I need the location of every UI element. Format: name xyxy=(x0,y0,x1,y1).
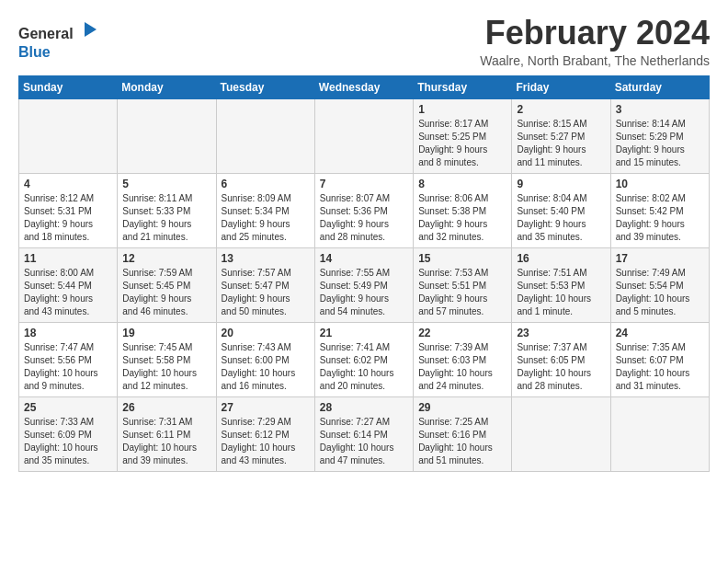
day-info: Sunrise: 7:57 AM Sunset: 5:47 PM Dayligh… xyxy=(222,267,310,318)
day-number: 1 xyxy=(418,103,506,116)
day-info: Sunrise: 8:02 AM Sunset: 5:42 PM Dayligh… xyxy=(616,192,704,244)
day-number: 8 xyxy=(418,178,506,190)
calendar-cell xyxy=(314,98,413,173)
calendar-cell: 26Sunrise: 7:31 AM Sunset: 6:11 PM Dayli… xyxy=(118,396,216,471)
day-number: 15 xyxy=(418,252,506,265)
calendar-cell: 15Sunrise: 7:53 AM Sunset: 5:51 PM Dayli… xyxy=(414,247,512,322)
weekday-header-sunday: Sunday xyxy=(19,75,118,98)
title-block: February 2024 Waalre, North Brabant, The… xyxy=(480,15,710,68)
calendar-cell xyxy=(512,396,610,471)
day-info: Sunrise: 8:17 AM Sunset: 5:25 PM Dayligh… xyxy=(418,118,506,169)
week-row-5: 25Sunrise: 7:33 AM Sunset: 6:09 PM Dayli… xyxy=(19,396,710,471)
day-info: Sunrise: 7:43 AM Sunset: 6:00 PM Dayligh… xyxy=(222,341,310,393)
calendar-cell: 10Sunrise: 8:02 AM Sunset: 5:42 PM Dayli… xyxy=(610,173,709,247)
day-number: 23 xyxy=(517,327,605,339)
week-row-1: 1Sunrise: 8:17 AM Sunset: 5:25 PM Daylig… xyxy=(19,98,710,173)
calendar-cell: 16Sunrise: 7:51 AM Sunset: 5:53 PM Dayli… xyxy=(512,247,610,322)
day-number: 18 xyxy=(24,327,112,339)
calendar-cell: 9Sunrise: 8:04 AM Sunset: 5:40 PM Daylig… xyxy=(512,173,610,247)
calendar-cell: 1Sunrise: 8:17 AM Sunset: 5:25 PM Daylig… xyxy=(414,98,512,173)
day-info: Sunrise: 8:12 AM Sunset: 5:31 PM Dayligh… xyxy=(24,192,112,244)
weekday-header-row: SundayMondayTuesdayWednesdayThursdayFrid… xyxy=(19,75,710,98)
calendar-cell: 24Sunrise: 7:35 AM Sunset: 6:07 PM Dayli… xyxy=(610,322,709,396)
calendar-cell: 19Sunrise: 7:45 AM Sunset: 5:58 PM Dayli… xyxy=(118,322,216,396)
day-number: 10 xyxy=(616,178,704,190)
weekday-header-monday: Monday xyxy=(118,75,216,98)
day-info: Sunrise: 8:07 AM Sunset: 5:36 PM Dayligh… xyxy=(320,192,408,244)
day-number: 27 xyxy=(222,401,310,414)
calendar-cell xyxy=(216,98,314,173)
weekday-header-saturday: Saturday xyxy=(610,75,709,98)
day-info: Sunrise: 8:15 AM Sunset: 5:27 PM Dayligh… xyxy=(517,118,605,169)
day-info: Sunrise: 7:25 AM Sunset: 6:16 PM Dayligh… xyxy=(418,416,506,467)
day-number: 9 xyxy=(517,178,605,190)
day-info: Sunrise: 7:45 AM Sunset: 5:58 PM Dayligh… xyxy=(122,341,210,393)
svg-text:General: General xyxy=(18,26,74,41)
weekday-header-thursday: Thursday xyxy=(414,75,512,98)
day-number: 6 xyxy=(222,178,310,190)
day-number: 2 xyxy=(517,103,605,116)
day-info: Sunrise: 7:55 AM Sunset: 5:49 PM Dayligh… xyxy=(320,267,408,318)
calendar-cell: 14Sunrise: 7:55 AM Sunset: 5:49 PM Dayli… xyxy=(314,247,413,322)
day-info: Sunrise: 7:33 AM Sunset: 6:09 PM Dayligh… xyxy=(24,416,112,467)
calendar-cell: 23Sunrise: 7:37 AM Sunset: 6:05 PM Dayli… xyxy=(512,322,610,396)
day-number: 17 xyxy=(616,252,704,265)
day-number: 25 xyxy=(24,401,112,414)
calendar-cell: 11Sunrise: 8:00 AM Sunset: 5:44 PM Dayli… xyxy=(19,247,118,322)
day-info: Sunrise: 7:53 AM Sunset: 5:51 PM Dayligh… xyxy=(418,267,506,318)
day-info: Sunrise: 7:59 AM Sunset: 5:45 PM Dayligh… xyxy=(122,267,210,318)
calendar-cell: 3Sunrise: 8:14 AM Sunset: 5:29 PM Daylig… xyxy=(610,98,709,173)
weekday-header-tuesday: Tuesday xyxy=(216,75,314,98)
calendar-cell: 7Sunrise: 8:07 AM Sunset: 5:36 PM Daylig… xyxy=(314,173,413,247)
day-number: 24 xyxy=(616,327,704,339)
day-info: Sunrise: 7:37 AM Sunset: 6:05 PM Dayligh… xyxy=(517,341,605,393)
month-title: February 2024 xyxy=(480,15,710,52)
day-info: Sunrise: 7:31 AM Sunset: 6:11 PM Dayligh… xyxy=(122,416,210,467)
day-number: 12 xyxy=(122,252,210,265)
week-row-4: 18Sunrise: 7:47 AM Sunset: 5:56 PM Dayli… xyxy=(19,322,710,396)
page-header: General Blue February 2024 Waalre, North… xyxy=(18,15,710,68)
calendar-cell xyxy=(118,98,216,173)
day-info: Sunrise: 7:41 AM Sunset: 6:02 PM Dayligh… xyxy=(320,341,408,393)
day-number: 4 xyxy=(24,178,112,190)
location: Waalre, North Brabant, The Netherlands xyxy=(480,53,710,68)
day-number: 13 xyxy=(222,252,310,265)
calendar-header: SundayMondayTuesdayWednesdayThursdayFrid… xyxy=(19,75,710,98)
day-info: Sunrise: 8:11 AM Sunset: 5:33 PM Dayligh… xyxy=(122,192,210,244)
svg-marker-1 xyxy=(85,22,97,37)
calendar-cell xyxy=(610,396,709,471)
day-number: 22 xyxy=(418,327,506,339)
day-number: 21 xyxy=(320,327,408,339)
day-info: Sunrise: 7:39 AM Sunset: 6:03 PM Dayligh… xyxy=(418,341,506,393)
day-number: 16 xyxy=(517,252,605,265)
weekday-header-wednesday: Wednesday xyxy=(314,75,413,98)
day-number: 20 xyxy=(222,327,310,339)
calendar-cell: 20Sunrise: 7:43 AM Sunset: 6:00 PM Dayli… xyxy=(216,322,314,396)
calendar-table: SundayMondayTuesdayWednesdayThursdayFrid… xyxy=(18,75,710,472)
weekday-header-friday: Friday xyxy=(512,75,610,98)
day-info: Sunrise: 7:49 AM Sunset: 5:54 PM Dayligh… xyxy=(616,267,704,318)
day-number: 5 xyxy=(122,178,210,190)
day-info: Sunrise: 8:09 AM Sunset: 5:34 PM Dayligh… xyxy=(222,192,310,244)
calendar-cell xyxy=(19,98,118,173)
svg-text:Blue: Blue xyxy=(18,44,51,60)
day-info: Sunrise: 8:00 AM Sunset: 5:44 PM Dayligh… xyxy=(24,267,112,318)
day-number: 19 xyxy=(122,327,210,339)
day-info: Sunrise: 7:51 AM Sunset: 5:53 PM Dayligh… xyxy=(517,267,605,318)
day-number: 14 xyxy=(320,252,408,265)
week-row-3: 11Sunrise: 8:00 AM Sunset: 5:44 PM Dayli… xyxy=(19,247,710,322)
day-number: 26 xyxy=(122,401,210,414)
day-info: Sunrise: 7:29 AM Sunset: 6:12 PM Dayligh… xyxy=(222,416,310,467)
day-info: Sunrise: 7:47 AM Sunset: 5:56 PM Dayligh… xyxy=(24,341,112,393)
logo: General Blue xyxy=(18,18,101,66)
calendar-cell: 6Sunrise: 8:09 AM Sunset: 5:34 PM Daylig… xyxy=(216,173,314,247)
calendar-cell: 21Sunrise: 7:41 AM Sunset: 6:02 PM Dayli… xyxy=(314,322,413,396)
day-number: 11 xyxy=(24,252,112,265)
calendar-cell: 4Sunrise: 8:12 AM Sunset: 5:31 PM Daylig… xyxy=(19,173,118,247)
calendar-body: 1Sunrise: 8:17 AM Sunset: 5:25 PM Daylig… xyxy=(19,98,710,471)
calendar-cell: 25Sunrise: 7:33 AM Sunset: 6:09 PM Dayli… xyxy=(19,396,118,471)
calendar-cell: 17Sunrise: 7:49 AM Sunset: 5:54 PM Dayli… xyxy=(610,247,709,322)
day-info: Sunrise: 7:27 AM Sunset: 6:14 PM Dayligh… xyxy=(320,416,408,467)
day-number: 29 xyxy=(418,401,506,414)
week-row-2: 4Sunrise: 8:12 AM Sunset: 5:31 PM Daylig… xyxy=(19,173,710,247)
